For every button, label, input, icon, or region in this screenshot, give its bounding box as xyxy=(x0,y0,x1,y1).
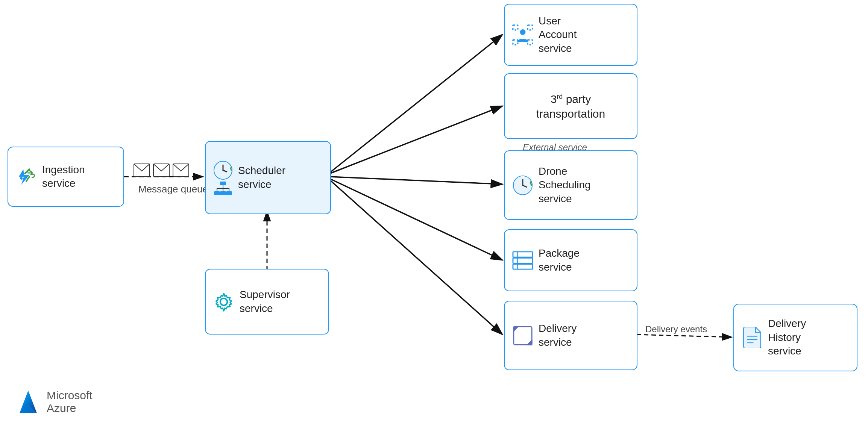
svg-line-7 xyxy=(329,179,502,260)
third-party-box: 3rd partytransportation xyxy=(504,73,637,139)
svg-rect-29 xyxy=(528,25,533,30)
svg-rect-30 xyxy=(513,40,518,45)
azure-logo-icon xyxy=(15,389,41,415)
svg-rect-28 xyxy=(513,25,518,30)
svg-rect-31 xyxy=(528,40,533,45)
message-queue-label: Message queue xyxy=(138,183,208,195)
delivery-history-icon xyxy=(742,327,763,348)
delivery-history-service-label: DeliveryHistoryservice xyxy=(768,317,806,358)
svg-rect-38 xyxy=(513,251,533,257)
delivery-service-box: Deliveryservice xyxy=(504,301,637,370)
azure-logo: Microsoft Azure xyxy=(15,389,93,415)
svg-marker-50 xyxy=(527,339,532,345)
package-service-label: Packageservice xyxy=(539,247,580,274)
svg-line-8 xyxy=(329,180,502,335)
package-icon xyxy=(512,250,533,271)
drone-scheduling-service-box: DroneSchedulingservice xyxy=(504,150,637,220)
scheduler-service-box: Schedulerservice xyxy=(205,141,331,214)
svg-rect-39 xyxy=(513,258,533,263)
delivery-events-label: Delivery events xyxy=(645,324,707,335)
svg-rect-26 xyxy=(226,191,232,195)
supervisor-gear-icon xyxy=(213,291,234,312)
svg-line-6 xyxy=(329,177,502,184)
drone-scheduling-icon xyxy=(512,175,533,196)
svg-point-27 xyxy=(220,298,228,305)
svg-point-32 xyxy=(520,29,526,35)
message-queue-icons xyxy=(134,164,189,177)
svg-line-4 xyxy=(329,35,502,173)
third-party-label: 3rd partytransportation xyxy=(512,92,629,121)
user-account-service-label: UserAccountservice xyxy=(539,14,577,55)
user-account-service-box: UserAccountservice xyxy=(504,4,637,66)
delivery-icon xyxy=(512,325,533,346)
supervisor-service-box: Supervisorservice xyxy=(205,269,329,335)
delivery-history-service-box: DeliveryHistoryservice xyxy=(733,304,857,371)
scheduler-service-label: Schedulerservice xyxy=(238,164,285,191)
azure-logo-text: Microsoft Azure xyxy=(47,389,93,415)
svg-line-9 xyxy=(636,335,732,337)
svg-rect-24 xyxy=(214,191,220,195)
ingestion-service-box: Ingestionservice xyxy=(8,147,124,207)
svg-rect-25 xyxy=(220,191,226,195)
svg-line-5 xyxy=(329,106,502,174)
svg-rect-18 xyxy=(220,182,226,185)
user-account-icon xyxy=(512,24,533,45)
svg-rect-44 xyxy=(514,326,532,344)
svg-marker-47 xyxy=(514,326,519,332)
ingestion-icon xyxy=(16,166,37,187)
ingestion-service-label: Ingestionservice xyxy=(42,163,85,191)
delivery-service-label: Deliveryservice xyxy=(539,322,577,349)
supervisor-service-label: Supervisorservice xyxy=(240,288,290,315)
drone-scheduling-service-label: DroneSchedulingservice xyxy=(539,165,591,206)
package-service-box: Packageservice xyxy=(504,229,637,291)
scheduler-clock-icon xyxy=(213,160,233,180)
svg-rect-40 xyxy=(513,264,533,269)
scheduler-org-icon xyxy=(214,182,232,195)
